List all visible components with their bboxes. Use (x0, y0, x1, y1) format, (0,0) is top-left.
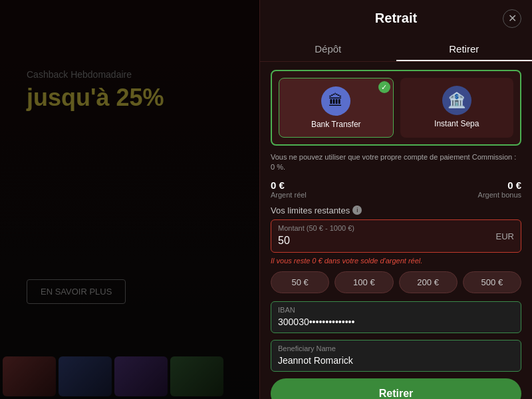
real-balance-label: Argent réel (271, 191, 307, 199)
real-balance: 0 € Argent réel (271, 180, 307, 199)
tab-retirer[interactable]: Retirer (396, 37, 533, 61)
tab-depot[interactable]: Dépôt (260, 37, 396, 61)
bank-transfer-icon: 🏛 (321, 86, 350, 116)
modal-tabs: Dépôt Retirer (260, 37, 532, 62)
real-balance-amount: 0 € (271, 180, 307, 191)
modal-body: ✓ 🏛 Bank Transfer 🏦 Instant Sepa Vous ne… (260, 62, 532, 399)
quick-amount-200[interactable]: 200 € (399, 271, 458, 293)
quick-amounts: 50 € 100 € 200 € 500 € (271, 271, 521, 293)
payment-method-bank-transfer[interactable]: ✓ 🏛 Bank Transfer (279, 78, 394, 138)
retrait-modal: Retrait ✕ Dépôt Retirer ✓ 🏛 Bank Transfe… (259, 0, 532, 399)
error-message: Il vous reste 0 € dans votre solde d'arg… (271, 257, 521, 265)
amount-placeholder: Montant (50 € - 1000 €) (278, 224, 354, 232)
payment-info-text: Vous ne pouvez utiliser que votre propre… (271, 152, 521, 173)
modal-header: Retrait ✕ (260, 0, 532, 37)
bonus-balance: 0 € Argent bonus (478, 180, 521, 199)
currency-label: EUR (496, 231, 514, 241)
beneficiary-field: Beneficiary Name (271, 340, 521, 372)
iban-input[interactable] (271, 302, 521, 332)
payment-methods-container: ✓ 🏛 Bank Transfer 🏦 Instant Sepa (271, 70, 521, 146)
limits-info-icon[interactable]: i (352, 205, 362, 215)
bank-transfer-label: Bank Transfer (311, 120, 361, 129)
instant-sepa-icon: 🏦 (442, 86, 471, 115)
iban-field: IBAN (271, 301, 521, 333)
quick-amount-100[interactable]: 100 € (334, 271, 393, 293)
bonus-balance-amount: 0 € (507, 180, 521, 191)
modal-close-button[interactable]: ✕ (503, 9, 521, 28)
quick-amount-50[interactable]: 50 € (271, 271, 329, 293)
selected-checkmark: ✓ (378, 81, 390, 93)
amount-input-wrapper: Montant (50 € - 1000 €) EUR (271, 219, 521, 253)
beneficiary-label: Beneficiary Name (278, 344, 336, 352)
modal-title: Retrait (375, 11, 417, 26)
payment-method-instant-sepa[interactable]: 🏦 Instant Sepa (400, 78, 514, 138)
retirer-button[interactable]: Retirer (271, 378, 521, 399)
balance-row: 0 € Argent réel 0 € Argent bonus (271, 180, 521, 199)
quick-amount-500[interactable]: 500 € (463, 271, 521, 293)
iban-label: IBAN (278, 306, 295, 314)
instant-sepa-label: Instant Sepa (434, 119, 479, 128)
bonus-balance-label: Argent bonus (478, 191, 521, 199)
limits-label: Vos limites restantes i (271, 205, 521, 215)
